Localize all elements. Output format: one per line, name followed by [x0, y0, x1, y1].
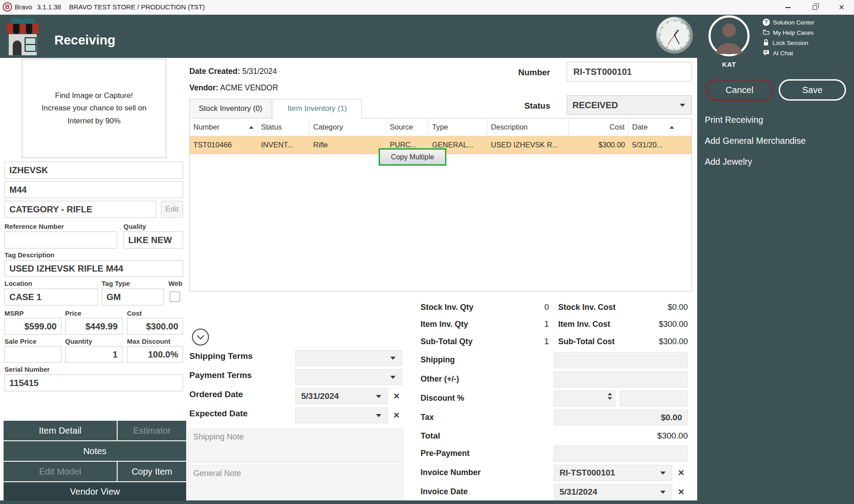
number-label: Number [512, 68, 550, 77]
sort-ascending-icon [249, 126, 253, 129]
tag-description-input[interactable]: USED IZHEVSK RIFLE M44 [4, 260, 183, 277]
price-label: Price [65, 309, 82, 317]
chevron-down-icon [197, 332, 204, 340]
lock-icon [763, 39, 769, 47]
category-input[interactable]: CATEGORY - RIFLE [4, 201, 156, 218]
tax-input[interactable]: $0.00 [554, 410, 688, 426]
general-note-textarea[interactable] [188, 465, 403, 500]
discount-percent-stepper[interactable] [554, 390, 615, 406]
add-jewelry-link[interactable]: Add Jewelry [705, 157, 752, 167]
vendor-value: ACME VENDOR [220, 83, 278, 92]
minimize-button[interactable] [778, 0, 798, 15]
sale-price-input[interactable] [4, 346, 61, 363]
item-detail-button[interactable]: Item Detail [4, 421, 117, 440]
prepayment-input[interactable] [554, 446, 688, 462]
item-image-placeholder[interactable]: Find Image or Capture! Increase your cha… [22, 59, 166, 158]
chevron-down-icon [660, 471, 666, 475]
discount-amount-input[interactable] [620, 390, 688, 406]
item-inventory-table: Number Status Category Source Type Descr… [189, 118, 692, 292]
invoice-number-clear-icon[interactable]: ✕ [674, 465, 688, 481]
stepper-arrows[interactable] [608, 393, 612, 400]
estimator-button[interactable]: Estimator [118, 421, 186, 440]
link-my-help-cases[interactable]: My Help Cases [763, 28, 814, 37]
save-button[interactable]: Save [779, 79, 846, 101]
add-general-merchandise-link[interactable]: Add General Merchandise [705, 136, 806, 146]
invoice-date-dropdown[interactable]: 5/31/2024 [554, 484, 672, 500]
ordered-date-clear-icon[interactable]: ✕ [390, 388, 403, 404]
status-dropdown[interactable]: RECEIVED [567, 95, 692, 115]
column-header-category[interactable]: Category [310, 118, 386, 136]
user-avatar[interactable] [708, 15, 750, 57]
tab-item-inventory[interactable]: Item Inventory (1) [273, 99, 362, 118]
other-amount-input[interactable] [554, 371, 688, 387]
quantity-input[interactable]: 1 [65, 346, 123, 363]
column-label: Description [491, 123, 528, 131]
tag-type-input[interactable]: GM [102, 289, 164, 305]
price-input[interactable]: $449.99 [65, 318, 123, 335]
cell-category: Rifle [310, 136, 386, 154]
tax-label: Tax [421, 413, 434, 422]
column-header-date[interactable]: Date [629, 118, 678, 136]
expected-date-picker[interactable] [295, 407, 388, 423]
copy-multiple-button[interactable]: Copy Multiple [379, 148, 446, 166]
status-label: Status [512, 101, 550, 111]
column-header-type[interactable]: Type [429, 118, 487, 136]
location-input[interactable]: CASE 1 [4, 289, 98, 305]
page-title: Receiving [54, 33, 115, 48]
print-receiving-link[interactable]: Print Receiving [705, 115, 763, 125]
bottom-edge [0, 500, 697, 504]
ordered-date-value: 5/31/2024 [301, 391, 339, 401]
store-environment-label: BRAVO TEST STORE / PRODUCTION (TST) [69, 3, 205, 11]
payment-terms-dropdown[interactable] [295, 369, 402, 385]
max-discount-label: Max Discount [127, 337, 171, 345]
column-header-cost[interactable]: Cost [569, 118, 629, 136]
invoice-number-dropdown[interactable]: RI-TST000101 [554, 465, 672, 481]
link-lock-session[interactable]: Lock Session [763, 38, 808, 47]
model-input[interactable]: M44 [4, 181, 183, 198]
link-ai-chat[interactable]: AI Chat [763, 49, 793, 57]
notes-button[interactable]: Notes [4, 441, 186, 461]
msrp-input[interactable]: $599.00 [4, 318, 61, 335]
cost-input[interactable]: $300.00 [127, 318, 183, 335]
brand-input[interactable]: IZHEVSK [4, 162, 183, 179]
close-button[interactable]: ✕ [831, 0, 852, 15]
tab-stock-inventory[interactable]: Stock Inventory (0) [189, 99, 272, 118]
quality-input[interactable]: LIKE NEW [123, 232, 183, 248]
invoice-date-clear-icon[interactable]: ✕ [674, 484, 688, 500]
restore-button[interactable] [805, 0, 825, 15]
chevron-down-icon [680, 104, 685, 107]
serial-number-input[interactable]: 115415 [4, 374, 183, 391]
edit-model-button[interactable]: Edit Model [4, 462, 117, 481]
collapse-section-button[interactable] [192, 329, 209, 345]
column-header-number[interactable]: Number [190, 118, 257, 136]
web-label: Web [168, 280, 182, 287]
web-checkbox[interactable] [170, 292, 180, 302]
vendor-view-button[interactable]: Vendor View [4, 482, 186, 501]
item-actions-panel: Item Detail Estimator Notes Edit Model C… [4, 421, 186, 501]
expected-date-clear-icon[interactable]: ✕ [390, 407, 403, 423]
receiving-number-input[interactable]: RI-TST000101 [567, 62, 692, 81]
shipping-amount-input[interactable] [554, 352, 688, 368]
close-icon: ✕ [838, 4, 844, 11]
link-solution-center[interactable]: ? Solution Center [763, 18, 814, 27]
ordered-date-picker[interactable]: 5/31/2024 [295, 388, 388, 404]
shipping-note-textarea[interactable] [188, 428, 403, 463]
copy-item-button[interactable]: Copy Item [118, 462, 186, 481]
cell-status: INVENT... [257, 136, 310, 154]
shipping-terms-dropdown[interactable] [295, 350, 402, 366]
vendor-label: Vendor: [189, 83, 218, 92]
column-header-description[interactable]: Description [487, 118, 569, 136]
sort-ascending-icon [670, 126, 674, 129]
reference-number-input[interactable] [4, 232, 117, 248]
tab-label: Stock Inventory (0) [199, 104, 262, 113]
item-inv-cost-value: $300.00 [633, 320, 688, 329]
max-discount-input[interactable]: 100.0% [127, 346, 183, 363]
cancel-button[interactable]: Cancel [706, 79, 773, 101]
edit-category-button[interactable]: Edit [161, 201, 183, 218]
bravo-logo-icon: B [3, 2, 12, 12]
other-amount-label: Other (+/-) [421, 374, 459, 384]
shipping-amount-label: Shipping [421, 355, 455, 365]
column-header-status[interactable]: Status [257, 118, 310, 136]
column-header-source[interactable]: Source [386, 118, 429, 136]
item-inv-qty-value: 1 [512, 320, 549, 329]
